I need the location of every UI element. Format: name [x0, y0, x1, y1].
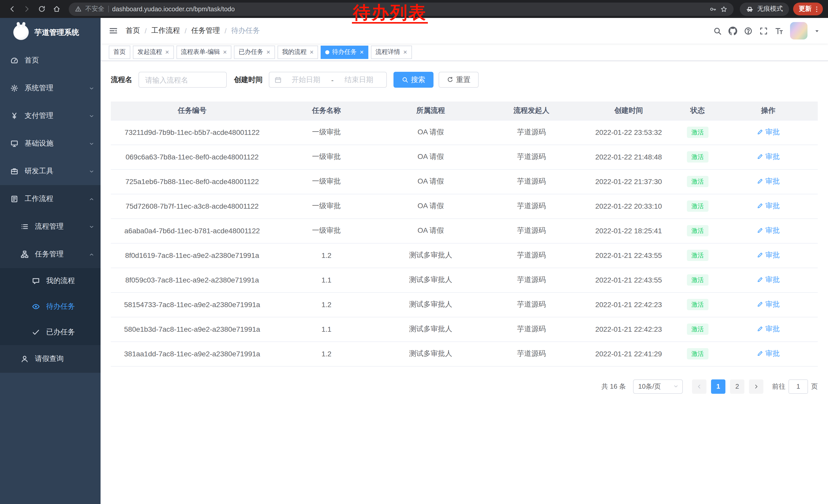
- edit-icon: [757, 326, 763, 332]
- tab-0[interactable]: 首页: [109, 45, 130, 59]
- approve-link[interactable]: 审批: [757, 177, 780, 186]
- cell-task-id: 75d72608-7b7f-11ec-a3c8-acde48001122: [111, 194, 274, 218]
- status-badge: 激活: [687, 176, 708, 187]
- cell-process: OA 请假: [379, 120, 482, 145]
- home-icon[interactable]: [50, 2, 64, 16]
- search-button[interactable]: 搜索: [394, 72, 433, 88]
- active-dot: [326, 50, 330, 54]
- tab-label: 发起流程: [137, 48, 162, 56]
- sidebar-item-6[interactable]: 流程管理: [0, 213, 100, 240]
- security-label[interactable]: 不安全: [85, 5, 105, 13]
- status-badge: 激活: [687, 348, 708, 360]
- chat-icon: [32, 277, 40, 285]
- approve-link[interactable]: 审批: [757, 349, 780, 358]
- tab-1[interactable]: 发起流程×: [133, 45, 174, 59]
- url-text[interactable]: dashboard.yudao.iocoder.cn/bpm/task/todo: [112, 5, 235, 12]
- approve-link[interactable]: 审批: [757, 152, 780, 162]
- status-badge: 激活: [687, 274, 708, 286]
- sidebar-item-10[interactable]: 已办任务: [0, 319, 100, 345]
- sidebar: 芋道管理系统 首页系统管理支付管理基础设施研发工具工作流程流程管理任务管理我的流…: [0, 18, 100, 504]
- page-size-select[interactable]: 10条/页: [633, 379, 683, 394]
- sidebar-item-7[interactable]: 任务管理: [0, 240, 100, 268]
- page-button-2[interactable]: 2: [730, 379, 744, 394]
- reset-button[interactable]: 重置: [439, 72, 479, 88]
- next-page-button[interactable]: [749, 379, 763, 394]
- chevron-up-icon: [89, 251, 94, 257]
- sidebar-item-8[interactable]: 我的流程: [0, 268, 100, 294]
- close-icon[interactable]: ×: [310, 49, 314, 55]
- caret-down-icon[interactable]: [814, 28, 820, 34]
- tab-2[interactable]: 流程表单-编辑×: [176, 45, 232, 59]
- approve-link-label: 审批: [765, 275, 780, 284]
- reload-icon[interactable]: [35, 2, 49, 16]
- cell-process: 测试多审批人: [379, 292, 482, 317]
- sidebar-item-11[interactable]: 请假查询: [0, 345, 100, 373]
- approve-link[interactable]: 审批: [757, 128, 780, 137]
- cell-created: 2022-01-22 18:25:41: [581, 218, 676, 243]
- sidebar-item-5[interactable]: 工作流程: [0, 185, 100, 213]
- search-icon[interactable]: [713, 27, 722, 35]
- approve-link[interactable]: 审批: [757, 275, 780, 284]
- forward-icon[interactable]: [20, 2, 34, 16]
- avatar[interactable]: [790, 22, 808, 40]
- close-icon[interactable]: ×: [266, 49, 270, 55]
- process-name-input[interactable]: [138, 72, 227, 88]
- back-icon[interactable]: [5, 2, 19, 16]
- close-icon[interactable]: ×: [360, 49, 364, 55]
- fullscreen-icon[interactable]: [759, 27, 768, 35]
- approve-link[interactable]: 审批: [757, 325, 780, 334]
- approve-link[interactable]: 审批: [757, 201, 780, 211]
- github-icon[interactable]: [729, 27, 737, 35]
- cell-action: 审批: [719, 292, 818, 317]
- sidebar-item-3[interactable]: 基础设施: [0, 130, 100, 157]
- cell-created: 2022-01-21 22:43:55: [581, 268, 676, 292]
- key-icon[interactable]: [709, 5, 717, 12]
- page-button-1[interactable]: 1: [711, 379, 726, 394]
- sidebar-item-4[interactable]: 研发工具: [0, 157, 100, 185]
- font-size-icon[interactable]: [775, 27, 783, 35]
- edit-icon: [757, 203, 763, 210]
- cell-process: 测试多审批人: [379, 243, 482, 268]
- approve-link[interactable]: 审批: [757, 226, 780, 235]
- prev-page-button[interactable]: [692, 379, 706, 394]
- tab-label: 流程表单-编辑: [181, 48, 220, 56]
- date-range-picker[interactable]: 开始日期 - 结束日期: [269, 72, 387, 88]
- tab-5[interactable]: 待办任务×: [321, 45, 368, 59]
- breadcrumb-item-2[interactable]: 任务管理: [191, 26, 220, 35]
- annotation-overlay: 待办列表: [352, 3, 428, 24]
- reset-button-label: 重置: [456, 75, 470, 84]
- tab-4[interactable]: 我的流程×: [278, 45, 318, 59]
- logo-avatar: [13, 25, 29, 40]
- approve-link[interactable]: 审批: [757, 300, 780, 309]
- sidebar-item-9[interactable]: 待办任务: [0, 294, 100, 319]
- sidebar-toggle-icon[interactable]: [109, 26, 118, 35]
- close-icon[interactable]: ×: [223, 49, 227, 55]
- end-date-placeholder[interactable]: 结束日期: [337, 75, 381, 84]
- cell-action: 审批: [719, 145, 818, 169]
- approve-link[interactable]: 审批: [757, 251, 780, 260]
- tab-6[interactable]: 流程详情×: [371, 45, 412, 59]
- update-button[interactable]: 更新: [793, 3, 823, 15]
- menu-dots-icon[interactable]: [813, 5, 820, 12]
- goto-page-input[interactable]: [788, 379, 808, 394]
- tab-3[interactable]: 已办任务×: [234, 45, 275, 59]
- cell-created: 2022-01-21 22:43:55: [581, 243, 676, 268]
- sidebar-item-1[interactable]: 系统管理: [0, 74, 100, 102]
- chevron-down-icon: [89, 224, 94, 229]
- sidebar-item-0[interactable]: 首页: [0, 47, 100, 74]
- help-icon[interactable]: [744, 27, 753, 35]
- star-icon[interactable]: [720, 5, 728, 12]
- main-area: 首页/工作流程/任务管理/待办任务 首页发起流程×流程表单-编辑×已办任务×我的…: [100, 18, 828, 504]
- breadcrumb-item-0[interactable]: 首页: [126, 26, 140, 35]
- screen: 不安全 dashboard.yudao.iocoder.cn/bpm/task/…: [0, 0, 828, 504]
- breadcrumb-item-1[interactable]: 工作流程: [151, 26, 180, 35]
- user-icon: [20, 355, 29, 363]
- sidebar-item-2[interactable]: 支付管理: [0, 102, 100, 130]
- cell-action: 审批: [719, 218, 818, 243]
- sidebar-item-label: 基础设施: [25, 139, 87, 148]
- close-icon[interactable]: ×: [165, 49, 169, 55]
- cell-action: 审批: [719, 341, 818, 366]
- start-date-placeholder[interactable]: 开始日期: [284, 75, 328, 84]
- close-icon[interactable]: ×: [403, 49, 407, 55]
- approve-link-label: 审批: [765, 201, 780, 211]
